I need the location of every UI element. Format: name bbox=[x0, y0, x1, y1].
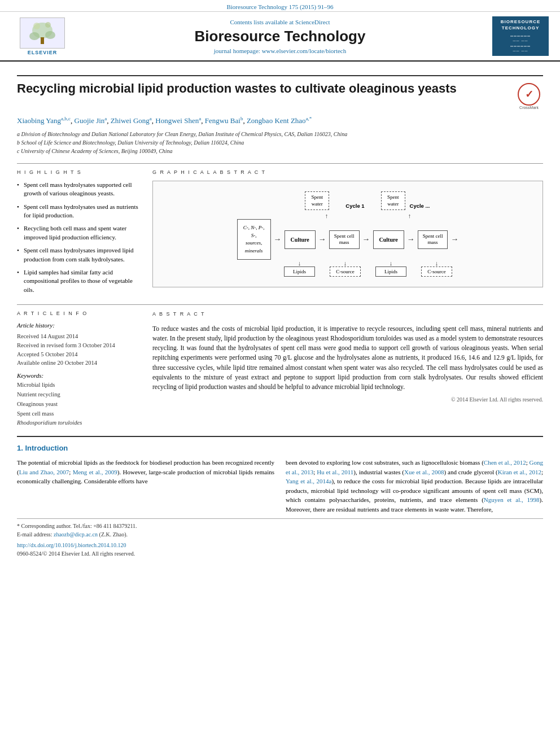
affiliation-c: c University of Chinese Academy of Scien… bbox=[17, 147, 543, 155]
highlight-3: Recycling both cell mass and spent water… bbox=[17, 224, 141, 242]
doi-line: http://dx.doi.org/10.1016/j.biortech.201… bbox=[17, 541, 543, 549]
arrow-down-3: ↓ bbox=[375, 260, 406, 267]
copyright-line: © 2014 Elsevier Ltd. All rights reserved… bbox=[152, 395, 543, 404]
link-xue[interactable]: Xue et al., 2008 bbox=[404, 469, 444, 475]
highlights-section: H I G H L I G H T S Spent cell mass hydr… bbox=[17, 169, 141, 299]
arrow-up-1: ↑ bbox=[311, 212, 342, 219]
keyword-5: Rhodosporidium toruloides bbox=[17, 418, 141, 428]
cell-mass-box-2: Spent cellmass bbox=[418, 230, 448, 249]
sources-box: C-, N-, P-,S-,sources,minerals bbox=[237, 219, 271, 260]
sciencedirect-link[interactable]: ScienceDirect bbox=[295, 19, 330, 25]
link-chen[interactable]: Chen et al., 2012 bbox=[484, 459, 526, 466]
bio-logo-subtitle: ══════ ── ── ══════ ── ── bbox=[501, 33, 541, 54]
author-3-sup: a bbox=[150, 116, 152, 121]
keywords-label: Keywords: bbox=[17, 372, 141, 379]
affil-divider bbox=[17, 163, 543, 164]
arrow-down-4: ↓ bbox=[421, 260, 452, 267]
affiliations: a Division of Biotechnology and Dalian N… bbox=[17, 130, 543, 155]
top-divider bbox=[17, 75, 543, 76]
homepage-link[interactable]: www.elsevier.com/locate/biortech bbox=[262, 47, 347, 54]
history-label: Article history: bbox=[17, 322, 141, 329]
email-suffix: (Z.K. Zhao). bbox=[99, 531, 128, 538]
highlights-graphical-row: H I G H L I G H T S Spent cell mass hydr… bbox=[17, 169, 543, 299]
revised-date: Received in revised form 3 October 2014 bbox=[17, 341, 141, 350]
graphical-abstract-section: G R A P H I C A L A B S T R A C T Spentw… bbox=[152, 169, 543, 299]
cycle1-label: Cycle 1 bbox=[345, 203, 364, 209]
cycle-ellipsis-label: Cycle ... bbox=[410, 203, 430, 209]
crossmark-icon bbox=[518, 83, 540, 106]
author-4-sup: a bbox=[199, 116, 201, 121]
csource-box-2: C-source bbox=[421, 267, 452, 277]
highlight-1: Spent cell mass hydrolysates supported c… bbox=[17, 181, 141, 198]
arrow-5: → bbox=[450, 235, 458, 244]
author-1-sup: a,b,c bbox=[61, 116, 71, 121]
homepage-prefix: journal homepage: bbox=[214, 47, 262, 54]
author-1: Xiaobing Yang bbox=[17, 116, 61, 125]
author-5-sup: b bbox=[240, 116, 243, 121]
spent-water-box-1: Spentwater bbox=[305, 191, 329, 210]
link-meng[interactable]: Meng et al., 2009 bbox=[73, 469, 117, 475]
keyword-3: Oleaginous yeast bbox=[17, 400, 141, 409]
correspondence-text: * Corresponding author. Tel./fax: +86 41… bbox=[17, 522, 543, 530]
received-date: Received 14 August 2014 bbox=[17, 332, 141, 341]
journal-citation-text: Bioresource Technology 175 (2015) 91–96 bbox=[226, 3, 333, 10]
arrow-4: → bbox=[407, 235, 415, 244]
journal-header-center: Contents lists available at ScienceDirec… bbox=[73, 19, 487, 54]
graphical-abstract-container: Spentwater Cycle 1 Spentwater Cycle ... bbox=[152, 181, 543, 287]
elsevier-logo: ELSEVIER bbox=[11, 18, 73, 55]
highlights-header: H I G H L I G H T S bbox=[17, 169, 141, 176]
correspondence-note: * Corresponding author. Tel./fax: +86 41… bbox=[17, 518, 543, 558]
spent-water-box-2: Spentwater bbox=[381, 191, 405, 210]
authors-line: Xiaobing Yanga,b,c, Guojie Jina, Zhiwei … bbox=[17, 115, 543, 126]
csource-box-1: C-source bbox=[330, 267, 361, 277]
homepage-line: journal homepage: www.elsevier.com/locat… bbox=[73, 47, 487, 54]
affiliation-a: a Division of Biotechnology and Dalian N… bbox=[17, 130, 543, 138]
keyword-2: Nutrient recycling bbox=[17, 390, 141, 400]
arrow-1: → bbox=[274, 235, 282, 244]
author-2: Guojie Jin bbox=[75, 116, 105, 125]
correspondence-label: * Corresponding author. Tel./fax: +86 41… bbox=[17, 523, 137, 529]
svg-point-2 bbox=[45, 31, 55, 39]
bottom-thick-divider bbox=[17, 436, 543, 437]
culture-box-2: Culture bbox=[373, 230, 404, 249]
link-nguyen[interactable]: Nguyen et al., 1998 bbox=[484, 496, 540, 503]
contents-line: Contents lists available at ScienceDirec… bbox=[73, 19, 487, 25]
arrow-down-2: ↓ bbox=[330, 260, 361, 267]
lipids-box-1: Lipids bbox=[284, 267, 315, 277]
middle-divider bbox=[17, 304, 543, 305]
crossmark-area: CrossMark bbox=[518, 81, 543, 110]
intro-title: 1. Introduction bbox=[17, 444, 543, 452]
email-label: E-mail address: bbox=[17, 531, 52, 538]
link-kiran[interactable]: Kiran et al., 2012 bbox=[498, 469, 541, 475]
article-title-section: Recycling microbial lipid production was… bbox=[17, 81, 543, 110]
available-date: Available online 20 October 2014 bbox=[17, 359, 141, 368]
link-liu-zhao[interactable]: Liu and Zhao, 2007 bbox=[19, 469, 69, 475]
abstract-header: A B S T R A C T bbox=[152, 311, 543, 320]
keyword-1: Microbial lipids bbox=[17, 381, 141, 390]
abstract-text: To reduce wastes and the costs of microb… bbox=[152, 324, 543, 392]
svg-point-5 bbox=[45, 22, 51, 28]
abstract-section: A B S T R A C T To reduce wastes and the… bbox=[152, 311, 543, 428]
email-address[interactable]: zhaozb@dicp.ac.cn bbox=[54, 531, 98, 538]
bioresource-logo: BIORESOURCETECHNOLOGY ══════ ── ── ═════… bbox=[492, 16, 549, 56]
link-yang[interactable]: Yang et al., 2014a bbox=[286, 478, 331, 484]
graphical-abstract-header: G R A P H I C A L A B S T R A C T bbox=[152, 169, 543, 176]
svg-point-1 bbox=[29, 32, 40, 40]
crossmark-label: CrossMark bbox=[519, 106, 539, 110]
intro-left-col: The potential of microbial lipids as the… bbox=[17, 458, 274, 514]
doi-link[interactable]: http://dx.doi.org/10.1016/j.biortech.201… bbox=[17, 542, 126, 548]
author-4: Hongwei Shen bbox=[155, 116, 199, 125]
culture-box-1: Culture bbox=[285, 230, 316, 249]
bio-logo-text: BIORESOURCETECHNOLOGY bbox=[501, 19, 541, 31]
intro-right-col: been devoted to exploring low cost subst… bbox=[286, 458, 543, 514]
arrow-3: → bbox=[362, 235, 370, 244]
journal-citation-bar: Bioresource Technology 175 (2015) 91–96 bbox=[0, 0, 560, 12]
highlight-5: Lipid samples had similar fatty acid com… bbox=[17, 268, 141, 294]
svg-point-4 bbox=[33, 23, 40, 29]
journal-header: ELSEVIER Contents lists available at Sci… bbox=[0, 12, 560, 62]
author-6: Zongbao Kent Zhao bbox=[247, 116, 306, 125]
link-hu[interactable]: Hu et al., 2011 bbox=[317, 469, 353, 475]
elsevier-logo-area: ELSEVIER bbox=[11, 18, 73, 55]
cell-mass-box-1: Spent cellmass bbox=[329, 230, 360, 249]
arrow-down-1: ↓ bbox=[284, 260, 315, 267]
